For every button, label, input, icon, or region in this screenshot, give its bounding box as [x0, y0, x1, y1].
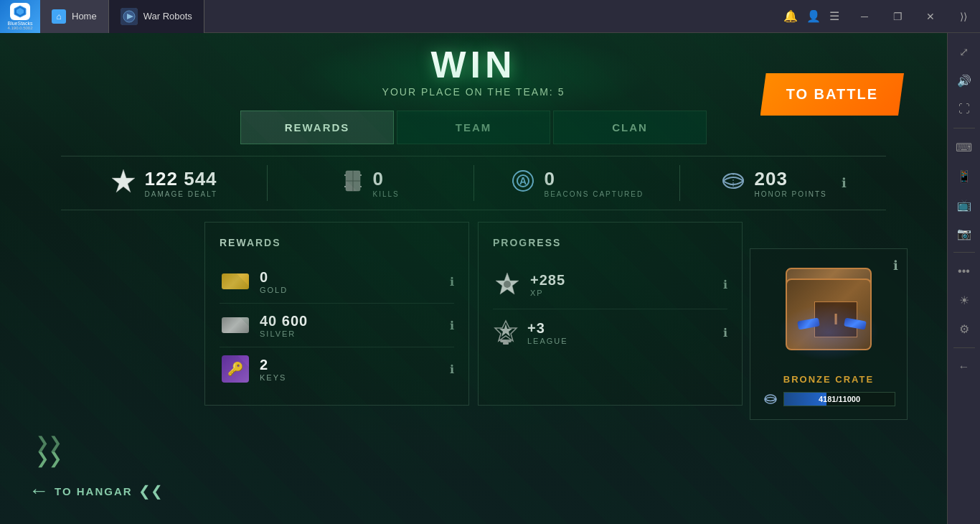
fullscreen-icon[interactable]: ⛶	[951, 96, 977, 122]
phone-icon[interactable]: 📱	[951, 163, 977, 189]
xp-info-icon[interactable]: ℹ	[723, 278, 727, 291]
league-info-icon[interactable]: ℹ	[723, 326, 727, 340]
stat-honor: 203 HONOR POINTS ℹ	[680, 168, 886, 199]
volume-icon[interactable]: 🔊	[951, 67, 977, 93]
honor-label: HONOR POINTS	[755, 190, 827, 198]
svg-marker-5	[112, 169, 135, 192]
bell-icon[interactable]: 🔔	[783, 9, 798, 23]
crate-progress-row: 4181/11000	[762, 390, 895, 408]
svg-rect-21	[503, 342, 509, 345]
home-icon: ⌂	[52, 9, 66, 24]
crate-name: BRONZE CRATE	[783, 374, 874, 385]
tab-rewards[interactable]: REWARDS	[240, 111, 394, 144]
silver-name: SILVER	[260, 329, 450, 338]
game-tab-label: War Robots	[143, 11, 192, 22]
gold-icon-box	[220, 268, 251, 294]
beacons-value: 0	[545, 168, 644, 190]
honor-value: 203	[755, 168, 827, 190]
gold-name: GOLD	[260, 286, 450, 294]
to-hangar-label: TO HANGAR	[55, 485, 133, 497]
scroll-indicator: ❯❯ ❯❯	[36, 435, 62, 467]
league-info: +3 LEAGUE	[527, 320, 723, 345]
game-tab-icon	[121, 8, 138, 25]
silver-info-icon[interactable]: ℹ	[450, 319, 454, 332]
right-sidebar: ⤢ 🔊 ⛶ ⌨ 📱 📺 📷 ••• ☀ ⚙ ←	[947, 33, 980, 524]
minimize-button[interactable]: ─	[848, 0, 881, 33]
reward-silver: 40 600 SILVER ℹ	[220, 304, 454, 347]
svg-rect-20	[500, 340, 512, 342]
menu-icon[interactable]: ☰	[829, 9, 839, 23]
damage-icon	[110, 168, 136, 199]
silver-icon-box	[220, 312, 251, 338]
xp-info: +285 XP	[530, 272, 723, 297]
kills-value: 0	[373, 168, 400, 190]
progress-league: +3 LEAGUE ℹ	[493, 309, 727, 355]
damage-label: DAMAGE DEALT	[145, 190, 218, 198]
keyboard-icon[interactable]: ⌨	[951, 134, 977, 160]
keys-icon: 🔑	[222, 355, 249, 383]
honor-info-icon[interactable]: ℹ	[842, 175, 847, 191]
kills-label: KILLS	[373, 190, 400, 198]
stat-damage-group: 122 544 DAMAGE DEALT	[145, 168, 218, 198]
brightness-icon[interactable]: ☀	[951, 287, 977, 313]
chevron-down: ❯❯	[36, 451, 62, 467]
stat-kills: 0 KILLS	[268, 168, 473, 199]
to-hangar-button[interactable]: ← TO HANGAR ❮❮	[29, 479, 163, 502]
tv-icon[interactable]: 📺	[951, 192, 977, 217]
damage-value: 122 544	[145, 168, 218, 190]
chevron-up: ❯❯	[36, 435, 62, 451]
user-icon[interactable]: 👤	[806, 9, 821, 23]
crate-progress-bar: 4181/11000	[783, 392, 895, 406]
keys-name: KEYS	[260, 373, 450, 382]
league-icon	[493, 319, 519, 345]
gold-info-icon[interactable]: ℹ	[450, 275, 454, 289]
tab-home[interactable]: ⌂ Home	[40, 0, 109, 33]
rewards-panel: REWARDS 0 GOLD ℹ 40 600 SILVER	[204, 222, 469, 406]
more-icon[interactable]: •••	[951, 258, 977, 284]
bluestacks-logo[interactable]: BlueStacks 4.190.0.5002	[0, 0, 40, 33]
bs-logo-icon	[10, 3, 30, 20]
settings-icon[interactable]: ⚙	[951, 316, 977, 342]
sidebar-divider-1	[953, 128, 975, 128]
gold-info: 0 GOLD	[260, 269, 450, 294]
taskbar: BlueStacks 4.190.0.5002 ⌂ Home War Robot…	[0, 0, 980, 33]
crate-progress-icon	[762, 390, 779, 408]
stat-beacons: A 0 BEACONS CAPTURED	[474, 168, 680, 199]
sidebar-divider-3	[953, 347, 975, 348]
beacon-icon: A	[510, 168, 536, 199]
hangar-arrow-icon: ←	[29, 479, 49, 502]
xp-icon	[493, 270, 522, 299]
honor-icon	[720, 168, 746, 199]
svg-point-22	[765, 395, 776, 403]
tab-clan[interactable]: CLAN	[553, 111, 707, 144]
progress-panel: PROGRESS +285 XP ℹ	[478, 222, 743, 406]
keys-icon-box: 🔑	[220, 356, 251, 382]
reward-keys: 🔑 2 KEYS ℹ	[220, 347, 454, 390]
crate-progress-text: 4181/11000	[784, 393, 895, 406]
tab-team[interactable]: TEAM	[397, 111, 550, 144]
reward-gold: 0 GOLD ℹ	[220, 260, 454, 304]
bs-version: 4.190.0.5002	[7, 26, 32, 30]
home-tab-label: Home	[72, 11, 97, 22]
crate-info-icon[interactable]: ℹ	[893, 258, 898, 273]
stat-damage: 122 544 DAMAGE DEALT	[61, 168, 267, 199]
tab-game[interactable]: War Robots	[109, 0, 204, 33]
stat-beacons-group: 0 BEACONS CAPTURED	[545, 168, 644, 198]
expand-icon[interactable]: ⤢	[951, 39, 977, 65]
xp-name: XP	[530, 289, 723, 297]
tabs-row: REWARDS TEAM CLAN	[240, 111, 707, 144]
keys-value: 2	[260, 357, 450, 373]
gold-icon	[222, 273, 249, 289]
close-button[interactable]: ✕	[914, 0, 947, 33]
maximize-button[interactable]: ❐	[881, 0, 914, 33]
back-icon[interactable]: ←	[951, 354, 977, 380]
keys-info-icon[interactable]: ℹ	[450, 362, 454, 376]
kills-icon	[341, 168, 364, 199]
stats-row: 122 544 DAMAGE DEALT 0 KILLS	[61, 156, 886, 210]
bs-logo-text: BlueStacks	[7, 21, 32, 26]
content-area: REWARDS 0 GOLD ℹ 40 600 SILVER	[204, 222, 743, 406]
league-name: LEAGUE	[527, 337, 723, 345]
camera-icon[interactable]: 📷	[951, 220, 977, 246]
to-battle-button[interactable]: TO BATTLE	[760, 73, 904, 116]
expand-button[interactable]: ⟩⟩	[947, 0, 980, 33]
